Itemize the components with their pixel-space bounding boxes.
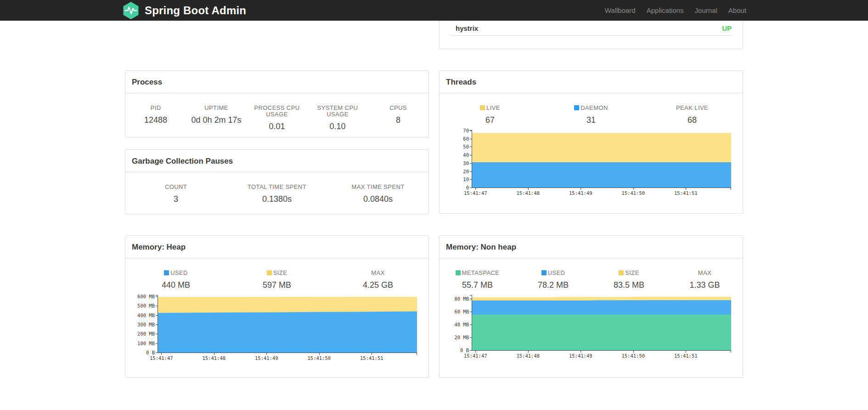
application-status-panel: hystrix UP [439, 21, 743, 49]
content: Process PID 12488 UPTIME 0d 0h 2m 17s PR… [125, 21, 743, 378]
stat-cpus: CPUS 8 [368, 105, 428, 131]
memory-nonheap-chart: 0 B20 MB40 MB60 MB80 MB15:41:4715:41:481… [472, 295, 743, 351]
stat-threads-daemon: DAEMON 31 [541, 105, 642, 125]
nav-links: Wallboard Applications Journal About [605, 6, 746, 14]
stat-gc-max-time: MAX TIME SPENT 0.0840s [327, 184, 428, 204]
memory-heap-legend: USED 440 MB SIZE 597 MB MAX 4.25 GB [125, 258, 428, 290]
legend-size-swatch [267, 270, 272, 275]
legend-size-swatch [619, 270, 624, 275]
navbar: Spring Boot Admin Wallboard Applications… [0, 0, 868, 21]
threads-panel: Threads LIVE 67 DAEMON 31 PEAK LIVE 68 0… [439, 70, 743, 214]
gc-pauses-panel: Garbage Collection Pauses COUNT 3 TOTAL … [125, 149, 429, 214]
memory-heap-panel-title: Memory: Heap [125, 236, 428, 258]
process-panel-title: Process [125, 71, 428, 93]
threads-panel-title: Threads [440, 71, 743, 93]
stat-process-cpu-usage: PROCESS CPU USAGE 0.01 [247, 105, 307, 131]
process-stats: PID 12488 UPTIME 0d 0h 2m 17s PROCESS CP… [125, 93, 428, 131]
stat-uptime: UPTIME 0d 0h 2m 17s [186, 105, 247, 131]
brand[interactable]: Spring Boot Admin [122, 1, 246, 20]
memory-heap-chart: 0 B100 MB200 MB300 MB400 MB500 MB600 MB1… [158, 295, 428, 353]
nav-link-applications[interactable]: Applications [647, 6, 684, 14]
stat-heap-size: SIZE 597 MB [226, 270, 327, 290]
pulse-hexagon-icon [122, 1, 140, 20]
gc-panel-title: Garbage Collection Pauses [125, 150, 428, 172]
stat-nonheap-metaspace: METASPACE 55.7 MB [440, 270, 515, 290]
stat-nonheap-used: USED 78.2 MB [515, 270, 591, 290]
stat-nonheap-size: SIZE 83.5 MB [591, 270, 667, 290]
brand-title: Spring Boot Admin [145, 4, 246, 17]
nav-link-journal[interactable]: Journal [695, 6, 717, 14]
legend-metaspace-swatch [456, 270, 461, 275]
stat-nonheap-max: MAX 1.33 GB [667, 270, 743, 290]
right-column: hystrix UP Threads LIVE 67 DAEMON 31 PEA… [439, 21, 743, 378]
memory-nonheap-panel: Memory: Non heap METASPACE 55.7 MB USED … [439, 235, 743, 378]
process-panel: Process PID 12488 UPTIME 0d 0h 2m 17s PR… [125, 70, 429, 137]
threads-chart: 01020304050607015:41:4715:41:4815:41:491… [472, 130, 743, 188]
stat-heap-used: USED 440 MB [125, 270, 226, 290]
nav-link-about[interactable]: About [728, 6, 746, 14]
legend-used-swatch [164, 270, 169, 275]
stat-system-cpu-usage: SYSTEM CPU USAGE 0.10 [307, 105, 368, 131]
legend-live-swatch [480, 105, 485, 110]
legend-daemon-swatch [574, 105, 579, 110]
stat-pid: PID 12488 [125, 105, 186, 131]
gc-stats: COUNT 3 TOTAL TIME SPENT 0.1380s MAX TIM… [125, 172, 428, 204]
left-column: Process PID 12488 UPTIME 0d 0h 2m 17s PR… [125, 21, 429, 378]
stat-heap-max: MAX 4.25 GB [327, 270, 428, 290]
application-status-badge: UP [722, 24, 732, 32]
application-name: hystrix [456, 24, 478, 32]
threads-legend: LIVE 67 DAEMON 31 PEAK LIVE 68 [440, 93, 743, 125]
nav-link-wallboard[interactable]: Wallboard [605, 6, 636, 14]
legend-used-swatch [541, 270, 547, 275]
memory-nonheap-legend: METASPACE 55.7 MB USED 78.2 MB SIZE 83.5… [440, 258, 743, 290]
stat-gc-total-time: TOTAL TIME SPENT 0.1380s [226, 184, 327, 204]
application-row[interactable]: hystrix UP [451, 21, 732, 36]
stat-threads-peak-live: PEAK LIVE 68 [642, 105, 743, 125]
stat-gc-count: COUNT 3 [125, 184, 226, 204]
memory-nonheap-panel-title: Memory: Non heap [440, 236, 743, 258]
memory-heap-panel: Memory: Heap USED 440 MB SIZE 597 MB MAX… [125, 235, 429, 378]
stat-threads-live: LIVE 67 [440, 105, 541, 125]
